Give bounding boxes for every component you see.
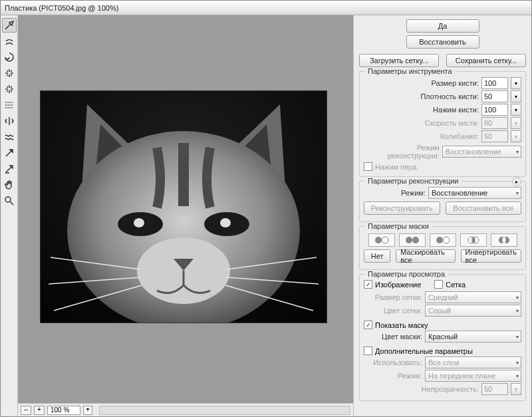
brush-rate-label: Скорость кисти: [425,119,479,127]
mask-all-button[interactable]: Маскировать все [396,249,455,263]
tool-options-group: Параметры инструмента Размер кисти:▾ Пло… [359,71,526,177]
show-mask-checkbox[interactable]: ✓ [364,321,372,329]
reconstruction-options-title: Параметры реконструкции [365,177,462,185]
recon-mode-select-2[interactable]: Восстановление [428,187,521,199]
show-mask-label: Показать маску [375,321,428,329]
hand-tool-icon[interactable] [2,178,17,192]
options-panel: Да Восстановить Загрузить сетку... Сохра… [353,15,531,416]
svg-point-13 [443,237,450,243]
recon-mode-select: Восстановление [442,146,521,158]
view-options-group: Параметры просмотра ✓Изображение Сетка Р… [359,274,526,401]
canvas-area: – + 100 % ▾ [18,15,353,416]
mask-none-button[interactable]: Нет [364,249,390,263]
turbulence-input [481,130,508,142]
show-mesh-checkbox[interactable] [434,280,443,289]
horizontal-scrollbar[interactable] [99,406,350,415]
twirl-tool-icon[interactable] [2,50,17,65]
artboard[interactable] [41,91,327,323]
reconstruct-button: Реконструировать [364,202,440,215]
svg-point-12 [436,237,443,243]
window-title: Пластика (PICT0504.jpg @ 100%) [5,4,118,12]
svg-point-10 [406,237,412,243]
reconstruction-options-group: Параметры реконструкции ▸ Режим:Восстано… [359,181,526,222]
brush-size-label: Размер кисти: [431,79,479,87]
mask-invert-icon[interactable] [491,233,517,247]
tool-strip [1,15,18,416]
zoom-bar: – + 100 % ▾ [18,403,353,416]
brush-size-dropdown[interactable]: ▾ [511,77,521,89]
mask-add-icon[interactable] [399,233,426,247]
recon-mode-label: Режим реконструкции: [364,144,440,160]
mask-intersect-icon[interactable] [460,233,487,247]
svg-point-16 [471,237,475,243]
brush-pressure-dropdown[interactable]: ▾ [511,104,521,116]
brush-pressure-input[interactable] [481,104,508,116]
zoom-value[interactable]: 100 % [47,406,80,415]
mask-icon-row [364,233,521,247]
forward-warp-tool-icon[interactable] [2,18,17,33]
extra-params-label: Дополнительные параметры [375,347,473,355]
turbulence-tool-icon[interactable] [2,130,17,144]
opacity-label: Непрозрачность: [422,385,479,393]
liquify-dialog: Пластика (PICT0504.jpg @ 100%) [0,0,532,417]
mask-options-title: Параметры маски [365,222,432,230]
mask-color-label: Цвет маски: [382,333,422,341]
stylus-pressure-label: Нажим пера [375,163,417,171]
restore-button[interactable]: Восстановить [406,35,479,49]
image-preview [41,91,327,323]
svg-point-8 [375,237,382,243]
restore-all-button: Восстановить все [446,202,522,215]
brush-pressure-label: Нажим кисти: [433,106,479,114]
recon-mode2-label: Режим: [401,189,426,197]
svg-point-9 [382,237,388,243]
load-mesh-button[interactable]: Загрузить сетку... [359,54,439,67]
opacity-input [481,383,508,395]
svg-point-6 [220,218,231,227]
mesh-color-label: Цвет сетки: [384,307,422,315]
show-image-label: Изображение [375,281,421,289]
mask-color-select[interactable]: Красный [425,331,521,343]
extra-params-checkbox[interactable] [364,347,372,355]
mask-subtract-icon[interactable] [430,233,456,247]
titlebar: Пластика (PICT0504.jpg @ 100%) [1,1,531,15]
bloat-tool-icon[interactable] [2,82,17,96]
stylus-pressure-checkbox[interactable] [364,162,372,171]
canvas-viewport[interactable] [18,15,353,403]
reconstruct-tool-icon[interactable] [2,34,17,49]
show-mesh-label: Сетка [446,281,466,289]
group-arrow-icon[interactable]: ▸ [512,177,521,186]
invert-all-button[interactable]: Инвертировать все [461,249,521,263]
blend-mode-label: Режим: [398,372,422,380]
turbulence-dropdown: ▾ [511,130,521,142]
zoom-tool-icon[interactable] [2,194,17,208]
brush-density-input[interactable] [481,90,508,102]
show-image-checkbox[interactable]: ✓ [364,280,372,289]
zoom-in-button[interactable]: + [34,406,45,415]
svg-point-5 [134,218,144,227]
mesh-size-select: Средний [425,291,521,303]
push-left-tool-icon[interactable] [2,98,17,112]
svg-point-11 [412,237,419,243]
brush-rate-dropdown: ▾ [511,117,521,129]
zoom-dropdown[interactable]: ▾ [83,406,92,415]
thaw-mask-tool-icon[interactable] [2,162,17,176]
zoom-out-button[interactable]: – [21,406,31,415]
pucker-tool-icon[interactable] [2,66,17,80]
svg-point-0 [5,197,11,202]
freeze-mask-tool-icon[interactable] [2,146,17,160]
ok-button[interactable]: Да [406,19,479,33]
brush-density-dropdown[interactable]: ▾ [511,90,521,102]
mesh-color-select: Серый [425,305,521,317]
mask-options-group: Параметры маски Нет Маскировать все Инве… [359,226,526,270]
mask-replace-icon[interactable] [368,233,395,247]
brush-size-input[interactable] [481,77,508,89]
save-mesh-button[interactable]: Сохранить сетку... [446,54,526,67]
brush-rate-input [481,117,508,129]
use-select: Все слои [425,356,521,368]
svg-point-19 [502,237,505,243]
tool-options-title: Параметры инструмента [365,67,455,75]
opacity-dropdown: ▾ [511,383,521,395]
view-options-title: Параметры просмотра [365,270,448,278]
mirror-tool-icon[interactable] [2,114,17,128]
blend-mode-select: На переднем плане [425,370,521,382]
